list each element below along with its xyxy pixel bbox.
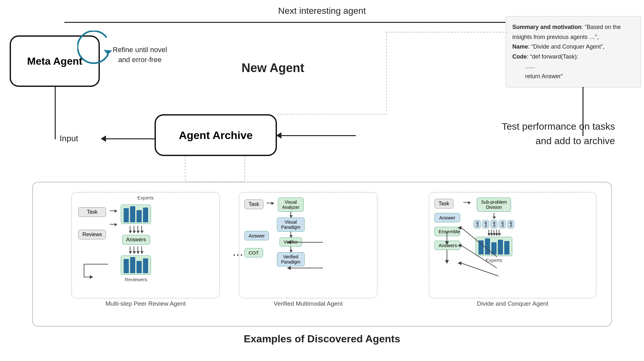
arr-sub5-bar [499, 230, 499, 236]
arr-sub-down [494, 213, 494, 219]
sub-box-1: sub [474, 220, 481, 228]
examples-title: Examples of Discovered Agents [244, 333, 400, 345]
subproblem-node: Sub-problem Division [477, 198, 511, 212]
multimodal-title: Verified Multimodal Agent [239, 300, 377, 307]
top-arrow-line [64, 22, 583, 23]
reviews-node: Reviews [78, 230, 106, 239]
svg-marker-10 [287, 240, 291, 244]
arr-sub1-bar [488, 230, 489, 236]
divide-conquer-title: Divide and Conquer Agent [429, 300, 596, 307]
review-back-arrow [78, 261, 110, 280]
ensemble-node: Ensemble [434, 227, 460, 236]
arr-down-6 [134, 246, 134, 254]
arrow-task-subproblem [463, 202, 470, 203]
agent-archive-label: Agent Archive [179, 129, 252, 142]
agent-archive-box: Agent Archive [155, 114, 277, 156]
left-arrow-line [101, 138, 155, 139]
sub-box-5: sub [507, 220, 514, 228]
test-performance-label: Test performance on tasks and add to arc… [502, 119, 615, 148]
sub-agent-multimodal: Task Visual Analyzer Visual Paradigm Ver… [239, 192, 377, 307]
arr-sub4-bar [496, 230, 497, 236]
left-vert-line [55, 87, 56, 139]
arrow-reviews-answers [110, 224, 117, 225]
rbar2 [130, 257, 135, 273]
ebar1 [478, 240, 484, 255]
sub-agent-peer-review: Experts Task Reviews [71, 192, 220, 307]
bar1 [124, 208, 129, 222]
bar3 [137, 210, 142, 222]
arr-sub3-bar [494, 230, 494, 236]
arr-down-3 [137, 226, 138, 233]
refine-label: Refine until novel and error-free [113, 45, 167, 65]
visual-analyzer-node: Visual Analyzer [278, 198, 304, 212]
reviewers-label: Reviewers [125, 277, 147, 282]
code-bold: Code [512, 53, 527, 60]
arr-down-1 [130, 226, 130, 233]
svg-marker-12 [287, 266, 291, 270]
new-agent-label: New Agent [242, 61, 304, 75]
task-node-2: Task [244, 199, 263, 209]
answer-node-2: Answer [244, 231, 269, 240]
rbar3 [137, 261, 142, 273]
summary-bold: Summary and motivation [512, 24, 582, 30]
task-node-1: Task [78, 207, 106, 217]
experts-label-1: Experts [137, 195, 154, 200]
ebar3 [491, 242, 497, 255]
sub-agent-divide-conquer: Task Answer Ensemble Answers Sub-problem… [429, 192, 596, 307]
bar2 [130, 206, 135, 222]
next-agent-label: Next interesting agent [278, 6, 366, 16]
arr-down-4 [141, 226, 142, 233]
new-agent-info-box: Summary and motivation: “Based on the in… [506, 16, 641, 88]
right-arrow-line [277, 135, 356, 136]
answers-node-1: Answers [122, 235, 150, 245]
arr-down-2 [134, 226, 134, 233]
name-bold: Name [512, 43, 528, 50]
refine-arrow-icon [77, 31, 116, 69]
name-text: : “Divide and Conquer Agent”, [528, 43, 604, 50]
cot-node: COT [244, 248, 263, 257]
arrow-task-visual [267, 203, 274, 203]
ebar5 [504, 241, 509, 255]
svg-marker-8 [90, 275, 93, 279]
code-dots: ...... [525, 63, 535, 69]
answers-node-3: Answers [434, 241, 460, 250]
meta-agent-label: Meta Agent [27, 55, 82, 67]
multimodal-arrows-svg [268, 225, 326, 282]
svg-line-17 [461, 263, 498, 276]
experts-bars-1 [121, 205, 151, 224]
bar4 [143, 208, 148, 222]
arr-sub2-bar [491, 230, 492, 236]
ebar4 [498, 240, 503, 255]
peer-review-title: Multi-step Peer Review Agent [71, 300, 220, 307]
rbar1 [124, 259, 129, 273]
arr-va-vp [290, 212, 291, 218]
right-vert2-line [582, 87, 583, 136]
answer-node-3: Answer [434, 213, 460, 222]
sub-box-2: sub [482, 220, 489, 228]
arrow-task-experts [110, 210, 117, 211]
arr-down-8 [141, 246, 142, 254]
code-return: return Answer” [525, 73, 563, 79]
rbar4 [143, 258, 148, 273]
sub-box-3: sub [490, 220, 497, 228]
code-text: : “def forward(Task): [527, 53, 578, 60]
arr-down-7 [137, 246, 138, 254]
experts-bars-3 [476, 237, 512, 256]
sub-box-4: sub [499, 220, 506, 228]
reviewers-bars [121, 255, 151, 275]
ebar2 [485, 238, 490, 255]
input-label: Input [60, 134, 78, 143]
experts-label-3: Experts [486, 257, 502, 263]
svg-marker-0 [104, 50, 112, 55]
arr-down-5 [130, 246, 130, 254]
examples-outer-box: Experts Task Reviews [32, 182, 612, 327]
task-node-3: Task [434, 199, 453, 208]
